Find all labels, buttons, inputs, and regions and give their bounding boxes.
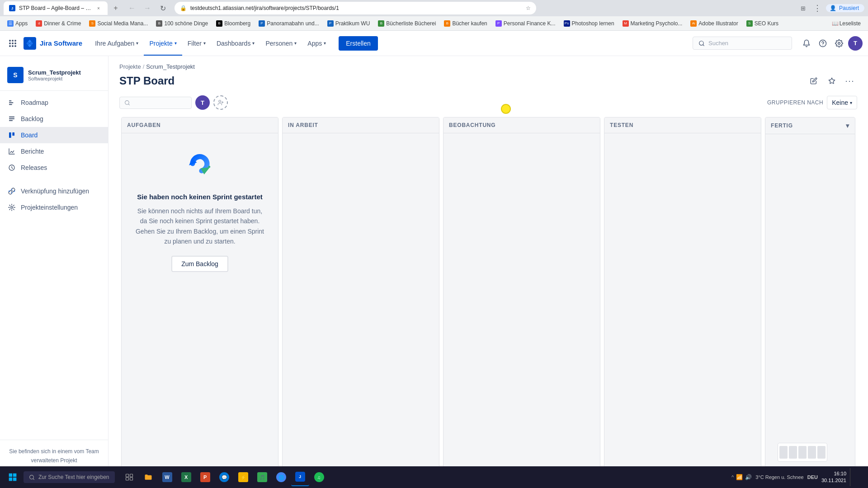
- show-desktop-button[interactable]: [850, 468, 861, 486]
- start-button[interactable]: [4, 468, 22, 486]
- board-search-icon: [124, 100, 130, 106]
- jira-logo[interactable]: Jira Software: [24, 37, 82, 50]
- tab-close[interactable]: ×: [95, 5, 102, 12]
- waffle-menu-button[interactable]: [5, 36, 20, 51]
- nav-item-label: Filter: [188, 40, 202, 47]
- reload-button[interactable]: ↻: [156, 2, 169, 14]
- tray-expand[interactable]: ^: [731, 474, 734, 480]
- svg-rect-18: [9, 132, 11, 138]
- bookmark-label: Apps: [15, 20, 28, 27]
- tooltip-item: [817, 446, 826, 459]
- column-label: TESTEN: [610, 122, 633, 128]
- breadcrumb-projekte[interactable]: Projekte: [119, 63, 141, 70]
- bookmark-100[interactable]: B 100 schöne Dinge: [152, 19, 212, 28]
- breadcrumb: Projekte / Scrum_Testprojekt: [108, 56, 868, 74]
- bookmark-photoshop[interactable]: Ps Photoshop lernen: [560, 19, 618, 28]
- bookmark-personal-finance[interactable]: P Personal Finance K...: [492, 19, 559, 28]
- sidebar-item-berichte[interactable]: Berichte: [0, 143, 108, 160]
- bookmark-favicon: B: [378, 20, 384, 27]
- excel-icon: X: [181, 472, 191, 482]
- profile-button[interactable]: 👤 Pausiert: [826, 4, 864, 12]
- board-search-box[interactable]: [119, 97, 192, 109]
- extensions-btn[interactable]: ⊞: [797, 2, 810, 14]
- add-user-button[interactable]: [213, 95, 228, 110]
- user-avatar[interactable]: T: [848, 36, 863, 51]
- column-label: FERTIG: [771, 122, 793, 129]
- chevron-icon: ▾: [324, 41, 326, 46]
- column-body-aufgaben: Sie haben noch keinen Sprint gestartet S…: [122, 133, 278, 484]
- notifications-button[interactable]: [799, 36, 814, 51]
- app9-button[interactable]: J: [291, 468, 309, 486]
- settings-button[interactable]: [832, 36, 846, 51]
- bookmark-praktikum[interactable]: P Praktikum WU: [324, 19, 374, 28]
- tab-favicon: J: [9, 5, 15, 11]
- nav-ihre-aufgaben[interactable]: Ihre Aufgaben ▾: [90, 31, 144, 56]
- nav-filter[interactable]: Filter ▾: [182, 31, 211, 56]
- bookmark-bloomberg[interactable]: B Bloomberg: [212, 19, 254, 28]
- back-button[interactable]: ←: [126, 2, 138, 14]
- forward-button[interactable]: →: [141, 2, 154, 14]
- board-user-avatar[interactable]: T: [195, 95, 210, 110]
- chrome-menu-btn[interactable]: ⋮: [811, 2, 824, 14]
- create-button[interactable]: Erstellen: [339, 36, 377, 51]
- new-tab-button[interactable]: +: [109, 2, 122, 14]
- sidebar-item-label: Projekteinstellungen: [21, 204, 78, 211]
- bookmarks-bar: ☰ Apps d Dinner & Crime S Social Media M…: [0, 16, 868, 31]
- bookmark-panorama[interactable]: P Panoramabahn und...: [255, 19, 322, 28]
- powerpoint-icon: P: [200, 472, 210, 482]
- sidebar-item-link-add[interactable]: Verknüpfung hinzufügen: [0, 183, 108, 199]
- bookmark-label: 100 schöne Dinge: [164, 20, 208, 27]
- nav-personen[interactable]: Personen ▾: [260, 31, 302, 56]
- gear-icon: [835, 39, 843, 47]
- svg-point-24: [219, 100, 221, 103]
- word-button[interactable]: W: [158, 468, 176, 486]
- star-button[interactable]: [825, 74, 839, 88]
- svg-point-7: [12, 45, 14, 47]
- network-icon[interactable]: 📶: [736, 474, 743, 481]
- more-button[interactable]: ···: [843, 74, 857, 88]
- help-button[interactable]: [816, 36, 830, 51]
- bookmark-dinner[interactable]: d Dinner & Crime: [32, 19, 85, 28]
- taskbar-search[interactable]: Zur Suche Text hier eingeben: [24, 471, 115, 483]
- nav-apps[interactable]: Apps ▾: [302, 31, 331, 56]
- app7-button[interactable]: 🎵: [253, 468, 271, 486]
- zum-backlog-button[interactable]: Zum Backlog: [171, 256, 228, 272]
- bookmark-apps[interactable]: ☰ Apps: [4, 19, 31, 28]
- powerpoint-button[interactable]: P: [196, 468, 214, 486]
- sidebar-item-backlog[interactable]: Backlog: [0, 111, 108, 127]
- volume-icon[interactable]: 🔊: [745, 474, 752, 481]
- file-explorer-button[interactable]: [139, 468, 157, 486]
- bookmark-favicon: P: [327, 20, 334, 27]
- search-box[interactable]: Suchen: [693, 37, 792, 50]
- star-icon: ☆: [526, 5, 531, 11]
- browser-tab[interactable]: J STP Board – Agile-Board – Jira ×: [4, 1, 108, 15]
- sidebar-item-roadmap[interactable]: Roadmap: [0, 94, 108, 111]
- sidebar-item-board[interactable]: Board: [0, 127, 108, 143]
- bookmark-buecher-kaufen[interactable]: B Bücher kaufen: [440, 19, 491, 28]
- project-avatar: S: [7, 67, 24, 83]
- releases-icon: [7, 163, 16, 172]
- app5-button[interactable]: 💬: [215, 468, 233, 486]
- app10-button[interactable]: ♫: [310, 468, 328, 486]
- bookmark-adobe[interactable]: Ai Adobe Illustrator: [687, 19, 741, 28]
- address-bar[interactable]: 🔒 testdeutsch1.atlassian.net/jira/softwa…: [175, 2, 536, 14]
- app6-button[interactable]: ⚡: [234, 468, 252, 486]
- nav-dashboards[interactable]: Dashboards ▾: [211, 31, 260, 56]
- word-icon: W: [162, 472, 172, 482]
- sidebar-item-settings[interactable]: Projekteinstellungen: [0, 199, 108, 216]
- bookmark-seo[interactable]: S SEO Kurs: [743, 19, 782, 28]
- group-by-select[interactable]: Keine ▾: [827, 96, 857, 109]
- nav-projekte[interactable]: Projekte ▾: [144, 31, 182, 56]
- page-header: STP Board ···: [108, 74, 868, 95]
- sidebar-item-releases[interactable]: Releases: [0, 160, 108, 176]
- edit-button[interactable]: [807, 74, 821, 88]
- taskview-button[interactable]: [120, 468, 138, 486]
- bookmark-buecherliste[interactable]: B Bücherliste Bücherei: [374, 19, 439, 28]
- column-expand-icon[interactable]: ▾: [846, 122, 849, 129]
- bookmarks-more[interactable]: 📖 Leseliste: [828, 19, 864, 28]
- app8-button[interactable]: 🌐: [272, 468, 290, 486]
- column-header-testen: TESTEN: [604, 117, 761, 133]
- bookmark-marketing[interactable]: M Marketing Psycholo...: [619, 19, 686, 28]
- bookmark-social[interactable]: S Social Media Mana...: [85, 19, 151, 28]
- excel-button[interactable]: X: [177, 468, 195, 486]
